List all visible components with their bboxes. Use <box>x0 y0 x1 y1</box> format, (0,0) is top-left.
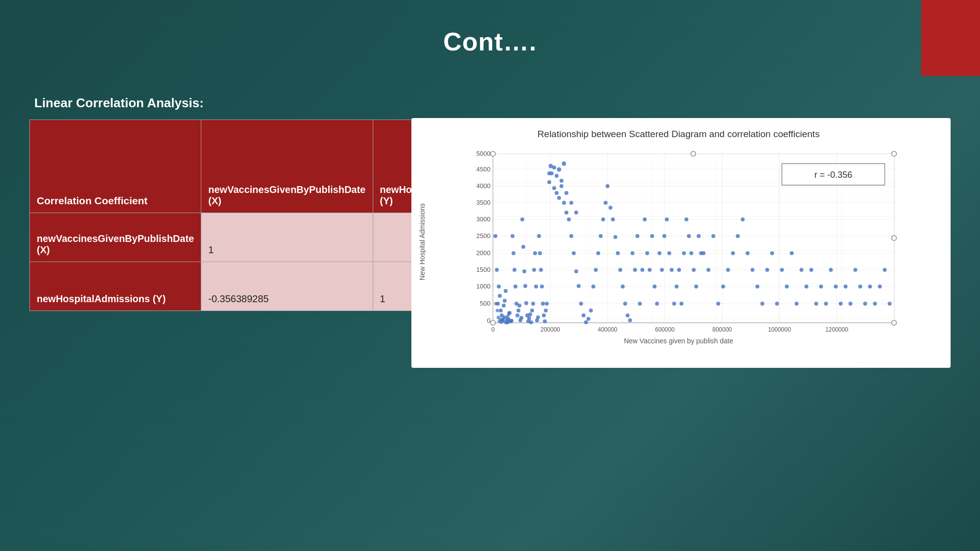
svg-point-218 <box>505 318 509 322</box>
svg-point-155 <box>687 234 691 238</box>
svg-point-116 <box>592 285 596 288</box>
x-axis-label: New Vaccines given by publish date <box>418 337 939 345</box>
svg-text:4000: 4000 <box>477 182 491 190</box>
svg-text:1000: 1000 <box>477 283 491 290</box>
svg-point-113 <box>584 320 588 324</box>
svg-point-166 <box>726 268 730 272</box>
svg-point-158 <box>694 285 698 288</box>
svg-point-192 <box>854 268 858 272</box>
svg-point-196 <box>873 302 877 306</box>
scatter-chart-panel: Relationship between Scattered Diagram a… <box>411 118 951 368</box>
svg-text:0: 0 <box>491 326 495 333</box>
svg-point-88 <box>536 315 540 319</box>
svg-text:4500: 4500 <box>477 166 491 173</box>
svg-point-123 <box>609 206 613 210</box>
svg-point-105 <box>565 211 569 215</box>
svg-point-134 <box>636 234 640 238</box>
svg-point-140 <box>650 234 654 238</box>
svg-point-175 <box>770 251 774 255</box>
svg-point-206 <box>574 211 578 215</box>
svg-point-148 <box>670 268 674 272</box>
svg-point-197 <box>878 285 882 288</box>
svg-text:600000: 600000 <box>655 326 674 333</box>
svg-point-73 <box>522 245 526 249</box>
svg-point-111 <box>579 302 583 306</box>
svg-text:500: 500 <box>480 300 491 307</box>
svg-point-93 <box>541 302 545 306</box>
svg-point-182 <box>805 285 809 288</box>
svg-point-187 <box>829 268 833 272</box>
svg-point-63 <box>512 251 516 255</box>
svg-point-65 <box>514 285 518 288</box>
svg-point-49 <box>498 294 502 298</box>
svg-point-167 <box>731 251 735 255</box>
svg-point-132 <box>631 251 635 255</box>
chart-inner: 5000 4500 4000 3500 3000 2500 <box>429 149 939 335</box>
svg-point-45 <box>494 234 498 238</box>
svg-point-159 <box>697 234 701 238</box>
left-panel: Linear Correlation Analysis: Correlation… <box>29 96 392 549</box>
svg-point-82 <box>530 309 534 312</box>
svg-point-124 <box>611 217 615 221</box>
svg-point-96 <box>544 309 548 312</box>
svg-point-110 <box>577 284 581 288</box>
svg-point-174 <box>765 268 769 272</box>
svg-point-80 <box>528 312 532 316</box>
svg-point-67 <box>516 313 520 317</box>
svg-point-90 <box>538 251 542 255</box>
svg-point-153 <box>682 251 686 255</box>
svg-point-177 <box>780 268 784 272</box>
svg-point-84 <box>532 268 536 272</box>
svg-point-149 <box>672 302 676 306</box>
svg-point-172 <box>756 285 760 288</box>
svg-text:1000000: 1000000 <box>768 326 791 333</box>
svg-point-91 <box>539 268 543 272</box>
svg-point-156 <box>690 251 693 255</box>
svg-point-188 <box>834 285 838 288</box>
svg-point-179 <box>790 251 794 255</box>
svg-point-190 <box>844 285 848 288</box>
svg-point-136 <box>641 268 645 272</box>
svg-point-64 <box>513 268 517 272</box>
svg-point-81 <box>529 320 533 324</box>
svg-point-215 <box>502 315 506 318</box>
page-title: Cont…. <box>0 0 980 56</box>
svg-point-199 <box>888 302 892 306</box>
svg-point-128 <box>621 285 625 288</box>
svg-point-62 <box>511 234 515 238</box>
svg-point-127 <box>619 268 622 272</box>
svg-point-112 <box>582 313 586 317</box>
section-label: Linear Correlation Analysis: <box>34 96 392 111</box>
svg-point-97 <box>545 302 549 306</box>
svg-point-147 <box>668 251 671 255</box>
y-axis-label: New Hospital Admissions <box>418 203 426 280</box>
svg-text:400000: 400000 <box>598 326 617 333</box>
svg-point-146 <box>665 217 669 221</box>
svg-text:2500: 2500 <box>477 232 491 240</box>
svg-point-76 <box>525 301 528 305</box>
svg-point-54 <box>503 299 507 303</box>
svg-point-143 <box>658 251 662 255</box>
chart-title: Relationship between Scattered Diagram a… <box>418 128 939 141</box>
svg-point-133 <box>633 268 637 272</box>
svg-point-141 <box>653 285 657 288</box>
svg-point-109 <box>574 269 578 273</box>
svg-point-180 <box>795 302 799 306</box>
svg-point-44 <box>691 151 696 156</box>
red-corner-decoration <box>921 0 980 76</box>
svg-point-42 <box>491 320 496 325</box>
svg-point-43 <box>892 320 897 325</box>
svg-point-125 <box>614 235 618 239</box>
main-content: Linear Correlation Analysis: Correlation… <box>0 96 980 549</box>
svg-point-107 <box>570 234 574 238</box>
svg-text:r = -0.356: r = -0.356 <box>814 170 853 180</box>
svg-point-100 <box>552 186 556 190</box>
svg-point-115 <box>589 309 593 312</box>
svg-point-191 <box>849 302 853 306</box>
svg-point-102 <box>557 196 561 200</box>
svg-point-202 <box>555 174 559 178</box>
svg-text:5000: 5000 <box>477 150 491 157</box>
svg-point-221 <box>549 164 553 168</box>
header-col0: Correlation Coefficient <box>30 120 201 213</box>
row1-label: newVaccinesGivenByPublishDate (X) <box>30 213 201 262</box>
